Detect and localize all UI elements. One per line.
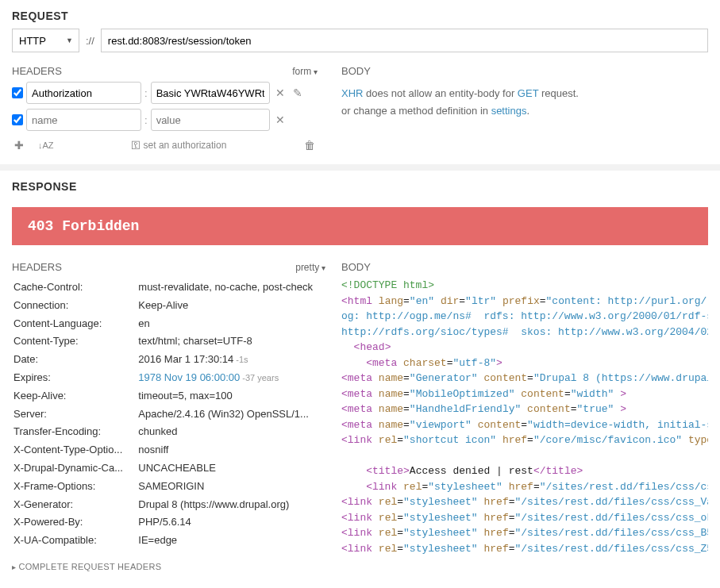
request-headers-panel: HEADERS form : ✕ ✎ : ✕ ✚ ↓AZ set an auth… (12, 60, 318, 155)
edit-header-icon[interactable]: ✎ (291, 86, 305, 99)
response-header-row: X-Frame-Options:SAMEORIGIN (13, 478, 324, 495)
header-separator: : (144, 87, 148, 99)
response-header-row: Transfer-Encoding:chunked (13, 424, 324, 440)
response-header-row: Connection:Keep-Alive (13, 298, 324, 314)
section-divider (0, 164, 720, 171)
response-header-row: Date:2016 Mar 1 17:30:14 -1s (13, 352, 324, 368)
header-row-0: : ✕ ✎ (12, 82, 318, 104)
header-name-input[interactable] (26, 109, 141, 131)
response-header-row: Content-Type:text/html; charset=UTF-8 (13, 333, 324, 350)
xhr-link[interactable]: XHR (341, 87, 363, 99)
header-separator: : (144, 114, 148, 126)
status-bar: 403 Forbidden (12, 207, 708, 245)
response-header-row: Expires:1978 Nov 19 06:00:00 -37 years (13, 370, 324, 386)
settings-link[interactable]: settings (491, 105, 527, 117)
request-title: REQUEST (0, 0, 720, 29)
pretty-dropdown[interactable]: pretty (295, 262, 325, 273)
response-body-code: <!DOCTYPE html><html lang="en" dir="ltr"… (341, 278, 708, 556)
response-header-row: X-Powered-By:PHP/5.6.14 (13, 514, 324, 531)
response-body-panel: BODY <!DOCTYPE html><html lang="en" dir=… (341, 256, 708, 571)
sort-headers-icon[interactable]: ↓AZ (36, 140, 56, 150)
response-title: RESPONSE (0, 171, 720, 199)
request-body-panel: BODY XHR does not allow an entity-body f… (341, 60, 708, 155)
response-header-row: Cache-Control:must-revalidate, no-cache,… (13, 279, 324, 296)
response-header-row: Keep-Alive:timeout=5, max=100 (13, 388, 324, 405)
headers-label: HEADERS (12, 65, 62, 77)
remove-header-icon[interactable]: ✕ (273, 113, 287, 126)
header-row-1: : ✕ (12, 109, 318, 131)
protocol-separator: :// (83, 35, 98, 47)
header-name-input[interactable] (26, 82, 141, 104)
request-line: HTTP :// (0, 29, 720, 60)
remove-header-icon[interactable]: ✕ (273, 86, 287, 99)
key-icon (131, 140, 141, 151)
response-headers-label: HEADERS (12, 261, 62, 273)
set-authorization-link[interactable]: set an authorization (131, 140, 226, 151)
form-mode-dropdown[interactable]: form (292, 66, 318, 77)
response-body-label: BODY (341, 261, 371, 273)
add-header-icon[interactable]: ✚ (12, 139, 26, 152)
body-message: XHR does not allow an entity-body for GE… (341, 82, 708, 120)
response-header-row: Content-Language:en (13, 316, 324, 332)
response-header-row: X-UA-Compatible:IE=edge (13, 532, 324, 549)
response-header-row: X-Drupal-Dynamic-Ca...UNCACHEABLE (13, 460, 324, 477)
method-select[interactable]: HTTP (12, 29, 79, 52)
response-headers-table: Cache-Control:must-revalidate, no-cache,… (12, 278, 325, 551)
response-header-row: X-Generator:Drupal 8 (https://www.drupal… (13, 497, 324, 513)
response-headers-panel: HEADERS pretty Cache-Control:must-revali… (12, 256, 325, 571)
response-header-row: X-Content-Type-Optio...nosniff (13, 442, 324, 459)
get-link[interactable]: GET (518, 87, 539, 99)
url-input[interactable] (101, 29, 708, 52)
body-label: BODY (341, 65, 371, 77)
header-enable-checkbox[interactable] (12, 87, 23, 98)
header-value-input[interactable] (151, 109, 270, 131)
complete-request-headers-toggle[interactable]: COMPLETE REQUEST HEADERS (12, 551, 325, 571)
header-value-input[interactable] (151, 82, 270, 104)
response-header-row: Server:Apache/2.4.16 (Win32) OpenSSL/1..… (13, 406, 324, 423)
header-enable-checkbox[interactable] (12, 114, 23, 125)
trash-icon[interactable]: 🗑 (302, 139, 318, 152)
